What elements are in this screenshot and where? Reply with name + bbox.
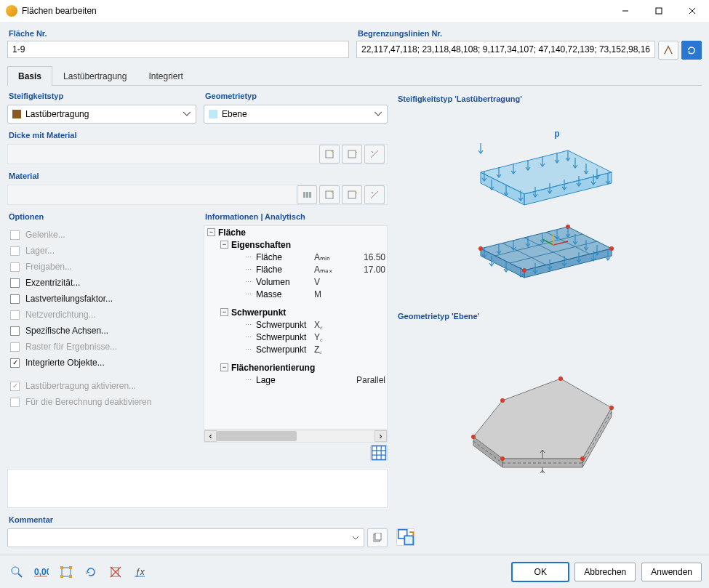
option-checkbox: Raster für Ergebnisse... (7, 339, 196, 355)
svg-rect-91 (69, 566, 72, 569)
info-row[interactable]: ⋯SchwerpunktZ꜀ (204, 343, 387, 355)
thickness-library-button[interactable] (342, 145, 362, 164)
tool-refresh-button[interactable] (81, 563, 100, 581)
surface-no-input[interactable]: 1-9 (7, 41, 349, 58)
tab-integriert[interactable]: Integriert (137, 66, 193, 86)
option-label: Netzverdichtung... (25, 310, 96, 320)
info-row[interactable]: −Fläche (204, 226, 387, 238)
info-row[interactable] (204, 355, 387, 361)
svg-rect-9 (374, 534, 380, 541)
thickness-new-button[interactable] (319, 145, 340, 164)
comment-input[interactable] (7, 528, 364, 547)
option-checkbox[interactable]: Exzentrizität... (7, 275, 196, 291)
geometry-type-select[interactable]: Ebene (204, 105, 388, 124)
tool-function-button[interactable]: ƒx (131, 563, 150, 581)
svg-point-79 (580, 456, 585, 461)
scroll-right-button[interactable]: › (374, 430, 387, 442)
svg-rect-90 (60, 566, 63, 569)
apply-button[interactable]: Anwenden (641, 563, 702, 581)
svg-point-77 (558, 376, 563, 381)
material-label: Material (7, 170, 388, 182)
maximize-button[interactable] (642, 0, 676, 22)
material-library-button[interactable] (297, 185, 317, 204)
material-new-button[interactable] (319, 185, 340, 204)
option-checkbox: Für die Berechnung deaktivieren (7, 394, 196, 410)
option-checkbox[interactable]: Spezifische Achsen... (7, 323, 196, 339)
chevron-down-icon (352, 536, 359, 540)
preview-sync-button[interactable] (396, 528, 415, 546)
options-label: Optionen (7, 211, 196, 225)
svg-rect-2 (348, 150, 356, 158)
geometry-type-value: Ebene (222, 109, 374, 119)
info-grid-button[interactable] (370, 445, 388, 461)
material-toolbar (7, 185, 388, 205)
svg-point-42 (478, 246, 483, 251)
option-label: Lager... (25, 246, 55, 256)
svg-point-76 (500, 398, 505, 403)
option-checkbox[interactable]: Lastverteilungsfaktor... (7, 291, 196, 307)
info-row[interactable]: −Flächenorientierung (204, 361, 387, 374)
close-button[interactable] (676, 0, 709, 22)
tool-units-button[interactable]: 0,00 (32, 563, 51, 581)
comment-label: Kommentar (7, 514, 388, 525)
geometry-swatch (209, 110, 217, 118)
scroll-left-button[interactable]: ‹ (204, 430, 217, 442)
svg-rect-10 (375, 533, 381, 540)
tree-collapse-icon[interactable]: − (220, 241, 228, 249)
svg-point-44 (609, 246, 614, 251)
info-row[interactable] (204, 300, 387, 306)
info-row[interactable]: ⋯LageParallel (204, 374, 387, 386)
select-lines-button[interactable] (681, 41, 702, 60)
stiffness-swatch (12, 110, 21, 118)
tool-node-button[interactable] (57, 563, 76, 581)
comment-edit-button[interactable] (367, 528, 388, 547)
boundary-lines-input[interactable]: 22,117,47,118; 23,118,48,108; 9,117,34,1… (356, 41, 655, 58)
option-label: Spezifische Achsen... (25, 326, 108, 336)
info-row[interactable]: ⋯MasseM (204, 288, 387, 300)
info-row[interactable]: ⋯VolumenV (204, 275, 387, 288)
info-row[interactable]: ⋯SchwerpunktX꜀ (204, 318, 387, 331)
info-tree[interactable]: −Fläche−Eigenschaften⋯FlächeAₘᵢₙ16.50⋯Fl… (204, 225, 388, 443)
boundary-lines-label: Begrenzungslinien Nr. (356, 29, 702, 38)
stiffness-type-label: Steifigkeitstyp (7, 90, 196, 102)
svg-rect-6 (326, 191, 333, 198)
minimize-button[interactable] (609, 0, 642, 22)
stiffness-type-select[interactable]: Lastübertragung (7, 105, 196, 124)
info-row[interactable]: ⋯FlächeAₘᵢₙ16.50 (204, 251, 387, 263)
tree-collapse-icon[interactable]: − (220, 308, 228, 316)
option-label: Für die Berechnung deaktivieren (25, 397, 151, 407)
info-header: Informationen | Analytisch (204, 211, 388, 225)
info-row[interactable]: ⋯FlächeAₘₐₓ17.00 (204, 263, 387, 275)
svg-point-85 (12, 567, 19, 574)
boundary-lines-value: 22,117,47,118; 23,118,48,108; 9,117,34,1… (361, 44, 650, 55)
info-row[interactable]: −Eigenschaften (204, 238, 387, 251)
ok-button[interactable]: OK (512, 563, 569, 581)
svg-rect-7 (348, 191, 356, 198)
cancel-button[interactable]: Abbrechen (574, 563, 636, 581)
pick-lines-button[interactable] (658, 41, 678, 60)
tree-collapse-icon[interactable]: − (207, 228, 215, 236)
tool-delete-button[interactable] (106, 563, 125, 581)
tab-lastuebertragung[interactable]: Lastübertragung (52, 66, 137, 86)
svg-rect-5 (309, 192, 311, 198)
geometry-preview-image (396, 323, 696, 522)
info-row[interactable]: −Schwerpunkt (204, 306, 387, 318)
window-title: Flächen bearbeiten (22, 6, 97, 16)
tree-collapse-icon[interactable]: − (220, 363, 228, 371)
preview-list-empty (7, 469, 388, 508)
tab-basis[interactable]: Basis (7, 66, 52, 86)
svg-rect-3 (303, 192, 305, 198)
tabbar: Basis Lastübertragung Integriert (7, 65, 702, 86)
thickness-edit-button[interactable] (364, 145, 385, 164)
geometry-preview-label: Geometrietyp 'Ebene' (396, 312, 479, 321)
option-checkbox[interactable]: ✓Integrierte Objekte... (7, 355, 196, 371)
info-tree-hscroll[interactable]: ‹ › (204, 430, 387, 442)
stiffness-type-value: Lastübertragung (25, 109, 183, 119)
info-row[interactable]: ⋯SchwerpunktY꜀ (204, 331, 387, 343)
option-checkbox: Lager... (7, 243, 196, 259)
svg-text:ƒx: ƒx (135, 567, 145, 577)
material-edit-button[interactable] (364, 185, 385, 204)
svg-rect-84 (404, 536, 413, 544)
material-picklib-button[interactable] (342, 185, 362, 204)
tool-help-button[interactable] (7, 563, 26, 581)
